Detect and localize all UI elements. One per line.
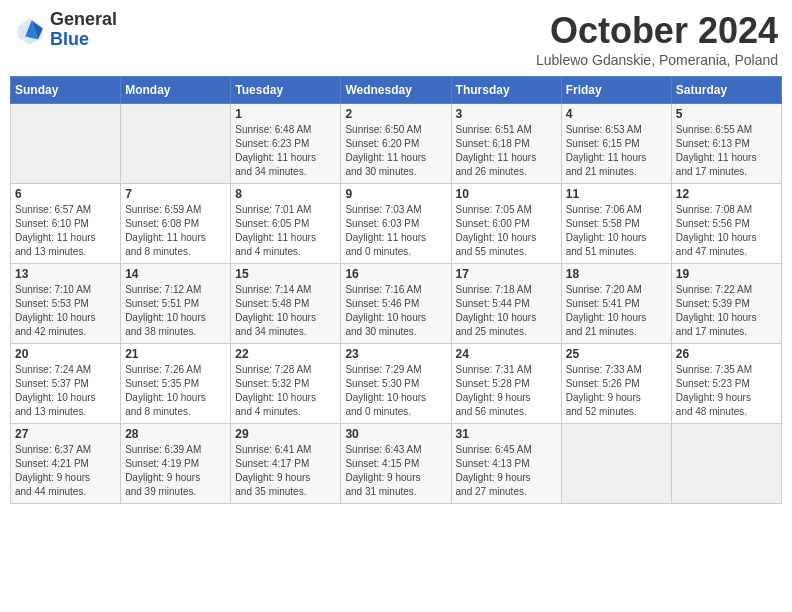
day-number: 4 <box>566 107 667 121</box>
calendar-cell: 8Sunrise: 7:01 AM Sunset: 6:05 PM Daylig… <box>231 184 341 264</box>
calendar-cell: 6Sunrise: 6:57 AM Sunset: 6:10 PM Daylig… <box>11 184 121 264</box>
calendar-cell: 31Sunrise: 6:45 AM Sunset: 4:13 PM Dayli… <box>451 424 561 504</box>
day-info: Sunrise: 7:01 AM Sunset: 6:05 PM Dayligh… <box>235 203 336 259</box>
day-info: Sunrise: 7:12 AM Sunset: 5:51 PM Dayligh… <box>125 283 226 339</box>
week-row-5: 27Sunrise: 6:37 AM Sunset: 4:21 PM Dayli… <box>11 424 782 504</box>
weekday-header-thursday: Thursday <box>451 77 561 104</box>
day-info: Sunrise: 7:16 AM Sunset: 5:46 PM Dayligh… <box>345 283 446 339</box>
calendar-cell: 4Sunrise: 6:53 AM Sunset: 6:15 PM Daylig… <box>561 104 671 184</box>
calendar-cell: 13Sunrise: 7:10 AM Sunset: 5:53 PM Dayli… <box>11 264 121 344</box>
weekday-header-sunday: Sunday <box>11 77 121 104</box>
logo-blue-text: Blue <box>50 30 117 50</box>
calendar-cell: 27Sunrise: 6:37 AM Sunset: 4:21 PM Dayli… <box>11 424 121 504</box>
day-number: 16 <box>345 267 446 281</box>
calendar-cell: 16Sunrise: 7:16 AM Sunset: 5:46 PM Dayli… <box>341 264 451 344</box>
weekday-header-row: SundayMondayTuesdayWednesdayThursdayFrid… <box>11 77 782 104</box>
day-info: Sunrise: 7:24 AM Sunset: 5:37 PM Dayligh… <box>15 363 116 419</box>
calendar-cell: 25Sunrise: 7:33 AM Sunset: 5:26 PM Dayli… <box>561 344 671 424</box>
day-number: 9 <box>345 187 446 201</box>
calendar-cell: 12Sunrise: 7:08 AM Sunset: 5:56 PM Dayli… <box>671 184 781 264</box>
calendar-cell: 18Sunrise: 7:20 AM Sunset: 5:41 PM Dayli… <box>561 264 671 344</box>
calendar-cell: 14Sunrise: 7:12 AM Sunset: 5:51 PM Dayli… <box>121 264 231 344</box>
day-info: Sunrise: 6:37 AM Sunset: 4:21 PM Dayligh… <box>15 443 116 499</box>
day-info: Sunrise: 6:50 AM Sunset: 6:20 PM Dayligh… <box>345 123 446 179</box>
day-info: Sunrise: 7:35 AM Sunset: 5:23 PM Dayligh… <box>676 363 777 419</box>
calendar-cell: 2Sunrise: 6:50 AM Sunset: 6:20 PM Daylig… <box>341 104 451 184</box>
page-header: General Blue October 2024 Lublewo Gdansk… <box>10 10 782 68</box>
day-info: Sunrise: 6:43 AM Sunset: 4:15 PM Dayligh… <box>345 443 446 499</box>
day-number: 25 <box>566 347 667 361</box>
day-number: 7 <box>125 187 226 201</box>
calendar-cell: 28Sunrise: 6:39 AM Sunset: 4:19 PM Dayli… <box>121 424 231 504</box>
calendar-cell: 5Sunrise: 6:55 AM Sunset: 6:13 PM Daylig… <box>671 104 781 184</box>
calendar-cell: 22Sunrise: 7:28 AM Sunset: 5:32 PM Dayli… <box>231 344 341 424</box>
day-number: 8 <box>235 187 336 201</box>
location-text: Lublewo Gdanskie, Pomerania, Poland <box>536 52 778 68</box>
day-info: Sunrise: 6:55 AM Sunset: 6:13 PM Dayligh… <box>676 123 777 179</box>
day-number: 26 <box>676 347 777 361</box>
week-row-3: 13Sunrise: 7:10 AM Sunset: 5:53 PM Dayli… <box>11 264 782 344</box>
weekday-header-saturday: Saturday <box>671 77 781 104</box>
month-title: October 2024 <box>536 10 778 52</box>
day-info: Sunrise: 7:26 AM Sunset: 5:35 PM Dayligh… <box>125 363 226 419</box>
day-info: Sunrise: 6:45 AM Sunset: 4:13 PM Dayligh… <box>456 443 557 499</box>
calendar-cell: 11Sunrise: 7:06 AM Sunset: 5:58 PM Dayli… <box>561 184 671 264</box>
day-number: 21 <box>125 347 226 361</box>
day-info: Sunrise: 7:03 AM Sunset: 6:03 PM Dayligh… <box>345 203 446 259</box>
day-info: Sunrise: 6:53 AM Sunset: 6:15 PM Dayligh… <box>566 123 667 179</box>
day-number: 14 <box>125 267 226 281</box>
day-number: 31 <box>456 427 557 441</box>
week-row-4: 20Sunrise: 7:24 AM Sunset: 5:37 PM Dayli… <box>11 344 782 424</box>
day-number: 5 <box>676 107 777 121</box>
day-info: Sunrise: 6:41 AM Sunset: 4:17 PM Dayligh… <box>235 443 336 499</box>
day-info: Sunrise: 7:28 AM Sunset: 5:32 PM Dayligh… <box>235 363 336 419</box>
week-row-1: 1Sunrise: 6:48 AM Sunset: 6:23 PM Daylig… <box>11 104 782 184</box>
calendar-cell: 20Sunrise: 7:24 AM Sunset: 5:37 PM Dayli… <box>11 344 121 424</box>
day-number: 12 <box>676 187 777 201</box>
weekday-header-wednesday: Wednesday <box>341 77 451 104</box>
day-number: 1 <box>235 107 336 121</box>
calendar-cell: 26Sunrise: 7:35 AM Sunset: 5:23 PM Dayli… <box>671 344 781 424</box>
day-info: Sunrise: 7:18 AM Sunset: 5:44 PM Dayligh… <box>456 283 557 339</box>
calendar-cell: 24Sunrise: 7:31 AM Sunset: 5:28 PM Dayli… <box>451 344 561 424</box>
weekday-header-monday: Monday <box>121 77 231 104</box>
logo-general-text: General <box>50 10 117 30</box>
calendar-cell: 7Sunrise: 6:59 AM Sunset: 6:08 PM Daylig… <box>121 184 231 264</box>
calendar-cell: 10Sunrise: 7:05 AM Sunset: 6:00 PM Dayli… <box>451 184 561 264</box>
calendar-cell: 30Sunrise: 6:43 AM Sunset: 4:15 PM Dayli… <box>341 424 451 504</box>
calendar-cell: 3Sunrise: 6:51 AM Sunset: 6:18 PM Daylig… <box>451 104 561 184</box>
day-number: 11 <box>566 187 667 201</box>
day-number: 23 <box>345 347 446 361</box>
calendar-cell <box>11 104 121 184</box>
day-info: Sunrise: 6:48 AM Sunset: 6:23 PM Dayligh… <box>235 123 336 179</box>
calendar-cell <box>121 104 231 184</box>
title-block: October 2024 Lublewo Gdanskie, Pomerania… <box>536 10 778 68</box>
day-info: Sunrise: 7:29 AM Sunset: 5:30 PM Dayligh… <box>345 363 446 419</box>
day-info: Sunrise: 7:33 AM Sunset: 5:26 PM Dayligh… <box>566 363 667 419</box>
week-row-2: 6Sunrise: 6:57 AM Sunset: 6:10 PM Daylig… <box>11 184 782 264</box>
day-info: Sunrise: 7:08 AM Sunset: 5:56 PM Dayligh… <box>676 203 777 259</box>
day-info: Sunrise: 7:20 AM Sunset: 5:41 PM Dayligh… <box>566 283 667 339</box>
day-number: 6 <box>15 187 116 201</box>
day-number: 3 <box>456 107 557 121</box>
day-info: Sunrise: 6:39 AM Sunset: 4:19 PM Dayligh… <box>125 443 226 499</box>
calendar-table: SundayMondayTuesdayWednesdayThursdayFrid… <box>10 76 782 504</box>
day-number: 10 <box>456 187 557 201</box>
day-number: 13 <box>15 267 116 281</box>
day-info: Sunrise: 7:10 AM Sunset: 5:53 PM Dayligh… <box>15 283 116 339</box>
weekday-header-tuesday: Tuesday <box>231 77 341 104</box>
day-number: 29 <box>235 427 336 441</box>
day-info: Sunrise: 7:06 AM Sunset: 5:58 PM Dayligh… <box>566 203 667 259</box>
day-info: Sunrise: 7:14 AM Sunset: 5:48 PM Dayligh… <box>235 283 336 339</box>
day-number: 15 <box>235 267 336 281</box>
day-info: Sunrise: 7:05 AM Sunset: 6:00 PM Dayligh… <box>456 203 557 259</box>
day-info: Sunrise: 6:51 AM Sunset: 6:18 PM Dayligh… <box>456 123 557 179</box>
day-number: 17 <box>456 267 557 281</box>
calendar-cell: 29Sunrise: 6:41 AM Sunset: 4:17 PM Dayli… <box>231 424 341 504</box>
calendar-cell: 1Sunrise: 6:48 AM Sunset: 6:23 PM Daylig… <box>231 104 341 184</box>
day-info: Sunrise: 7:31 AM Sunset: 5:28 PM Dayligh… <box>456 363 557 419</box>
calendar-cell: 17Sunrise: 7:18 AM Sunset: 5:44 PM Dayli… <box>451 264 561 344</box>
calendar-cell: 9Sunrise: 7:03 AM Sunset: 6:03 PM Daylig… <box>341 184 451 264</box>
day-info: Sunrise: 6:59 AM Sunset: 6:08 PM Dayligh… <box>125 203 226 259</box>
day-number: 19 <box>676 267 777 281</box>
